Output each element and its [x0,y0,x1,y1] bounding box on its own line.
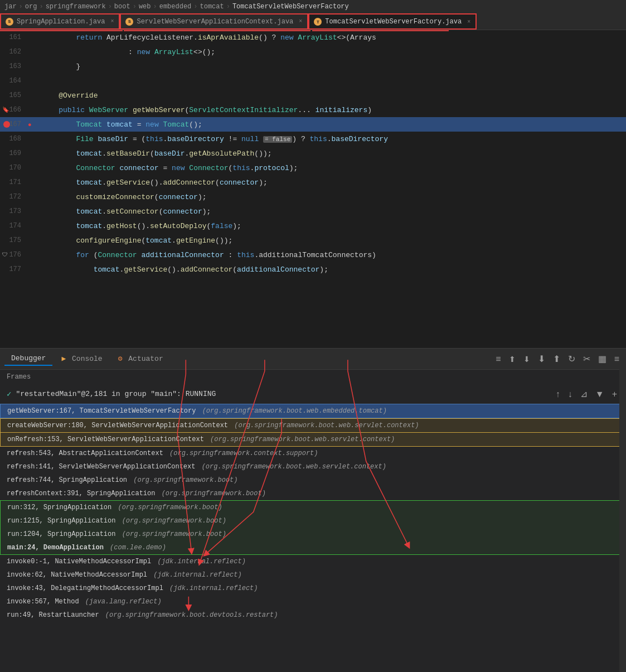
frame-label: refresh:141, ServletWebServerApplication… [7,463,195,471]
debugger-tabs-bar: Debugger ▶ Console ⚙ Actuator ≡ ⬆ ⬇ ⬇ ⬆ … [0,349,626,370]
line-num-177: 177 [0,265,28,273]
frame-item-invoke567[interactable]: invoke:567, Method (java.lang.reflect) [0,595,626,608]
frame-label: refreshContext:391, SpringApplication [7,490,155,497]
tab-label-spring: SpringApplication.java [17,18,105,26]
frame-item-invoke0[interactable]: invoke0:-1, NativeMethodAccessorImpl (jd… [0,555,626,568]
frame-item-invoke62[interactable]: invoke:62, NativeMethodAccessorImpl (jdk… [0,568,626,582]
check-icon: ✓ [7,389,11,399]
frame-item-run49[interactable]: run:49, RestartLauncher (org.springframe… [0,608,626,622]
line-num-162: 162 [0,48,28,56]
btn-run-to-cursor[interactable]: ↻ [566,352,578,365]
tab-debugger[interactable]: Debugger [4,352,52,366]
code-line-163: 163 } [0,59,626,74]
frame-label: run:1215, SpringApplication [7,517,115,525]
frame-item-getwebserver[interactable]: getWebServer:167, TomcatServletWebServer… [0,404,626,418]
code-line-165: 165 @Override [0,88,626,103]
frame-controls: ↑ ↓ ⊿ ▼ + [554,388,619,400]
frame-item-main-demo[interactable]: main:24, DemoApplication (com.lee.demo) [1,541,625,554]
line-num-173: 173 [0,207,28,215]
running-text: "restartedMain"@2,181 in group "main": R… [16,390,216,398]
breadcrumb-tomcat[interactable]: tomcat [200,3,224,11]
tab-console[interactable]: ▶ Console [55,352,109,366]
tab-close-spring[interactable]: × [110,18,114,25]
scrollbar[interactable] [619,349,626,672]
frame-label: refresh:744, SpringApplication [7,476,127,484]
tab-close-tomcat[interactable]: × [467,19,470,25]
editor-tabs: S SpringApplication.java × S ServletWebS… [0,13,626,30]
code-line-164: 164 [0,74,626,88]
btn-eval[interactable]: ✂ [581,352,593,365]
running-status: ✓ "restartedMain"@2,181 in group "main":… [0,384,626,404]
frame-label: invoke:567, Method [7,598,79,606]
line-num-164: 164 [0,77,28,85]
frame-item-run-1215[interactable]: run:1215, SpringApplication (org.springf… [1,514,625,528]
line-num-175: 175 [0,236,28,244]
breadcrumb-embedded[interactable]: embedded [159,3,192,11]
code-line-170: 170 Connector connector = new Connector(… [0,161,626,175]
tab-label-servlet: ServletWebServerApplicationContext.java [137,18,293,26]
tab-actuator[interactable]: ⚙ Actuator [111,352,170,366]
btn-step-over[interactable]: ⬆ [507,354,518,365]
frame-item-refreshcontext[interactable]: refreshContext:391, SpringApplication (o… [0,487,626,500]
frames-label: Frames [0,370,626,384]
debugger-panel: Debugger ▶ Console ⚙ Actuator ≡ ⬆ ⬇ ⬇ ⬆ … [0,348,626,672]
frame-item-createwebserver[interactable]: createWebServer:180, ServletWebServerApp… [0,418,626,433]
frame-item-refresh-744[interactable]: refresh:744, SpringApplication (org.spri… [0,473,626,487]
breadcrumb-web[interactable]: web [139,3,151,11]
frame-label: createWebServer:180, ServletWebServerApp… [7,422,228,429]
tab-tomcat-factory[interactable]: T TomcatServletWebServerFactory.java × [308,13,477,30]
line-num-172: 172 [0,193,28,201]
tab-spring-application[interactable]: S SpringApplication.java × [0,13,120,30]
frame-label: main:24, DemoApplication [7,544,104,552]
btn-up[interactable]: ↑ [554,388,562,400]
bookmark-icon-166: 🔖 [2,107,9,113]
tab-close-servlet[interactable]: × [299,18,302,25]
actuator-icon: ⚙ [118,355,123,363]
code-line-175: 175 configureEngine(tomcat.getEngine()); [0,233,626,248]
frame-item-refresh-543[interactable]: refresh:543, AbstractApplicationContext … [0,447,626,460]
btn-more[interactable]: ▼ [593,388,606,400]
line-num-176: 🛡 176 [0,251,28,259]
debugger-toolbar: ≡ ⬆ ⬇ ⬇ ⬆ ↻ ✂ ▦ ≡ [493,352,622,365]
btn-filter[interactable]: ⊿ [578,388,590,400]
line-num-167: 167 [0,120,28,128]
code-line-162: 162 : new ArrayList<>(); [0,45,626,59]
code-line-177: 177 tomcat.getService().addConnector(add… [0,262,626,277]
code-line-166: 🔖 166 public WebServer getWebServer(Serv… [0,103,626,117]
code-line-174: 174 tomcat.getHost().setAutoDeploy(false… [0,219,626,233]
line-num-171: 171 [0,178,28,186]
btn-list[interactable]: ≡ [493,353,503,365]
tab-label-tomcat: TomcatServletWebServerFactory.java [325,18,462,26]
line-num-165: 165 [0,91,28,99]
btn-step-out[interactable]: ⬆ [551,352,562,365]
frame-label: onRefresh:153, ServletWebServerApplicati… [7,436,204,443]
code-lines: 161 return AprLifecycleListener.isAprAva… [0,30,626,277]
frame-label: run:312, SpringApplication [7,504,111,511]
frame-label: invoke:62, NativeMethodAccessorImpl [7,571,147,579]
frame-item-run-1204[interactable]: run:1204, SpringApplication (org.springf… [1,528,625,541]
line-num-163: 163 [0,62,28,70]
tab-icon-spring: S [6,18,13,26]
btn-step-down[interactable]: ⬇ [521,354,532,365]
frame-item-refresh-141[interactable]: refresh:141, ServletWebServerApplication… [0,460,626,473]
btn-grid[interactable]: ▦ [596,352,609,365]
frame-item-onrefresh[interactable]: onRefresh:153, ServletWebServerApplicati… [0,433,626,447]
code-line-169: 169 tomcat.setBaseDir(baseDir.getAbsolut… [0,146,626,161]
frame-item-run-312[interactable]: run:312, SpringApplication (org.springfr… [1,501,625,514]
tab-icon-tomcat: T [314,18,322,26]
line-num-168: 168 [0,135,28,143]
breakpoint-167 [3,121,10,128]
btn-add[interactable]: + [610,388,619,400]
breadcrumb-org[interactable]: org [25,3,37,11]
btn-down[interactable]: ↓ [566,388,575,400]
breadcrumb-boot[interactable]: boot [114,3,130,11]
btn-step-into[interactable]: ⬇ [536,352,547,365]
tab-servlet-context[interactable]: S ServletWebServerApplicationContext.jav… [120,13,308,30]
frame-item-invoke43[interactable]: invoke:43, DelegatingMethodAccessorImpl … [0,582,626,595]
code-line-168: 168 File baseDir = (this.baseDirectory !… [0,132,626,146]
frame-group-spring-run: run:312, SpringApplication (org.springfr… [0,500,626,555]
breadcrumb-springframework[interactable]: springframework [46,3,106,11]
code-line-176: 🛡 176 for (Connector additionalConnector… [0,248,626,262]
breadcrumb-jar[interactable]: jar [4,3,17,11]
console-icon: ▶ [61,355,66,363]
